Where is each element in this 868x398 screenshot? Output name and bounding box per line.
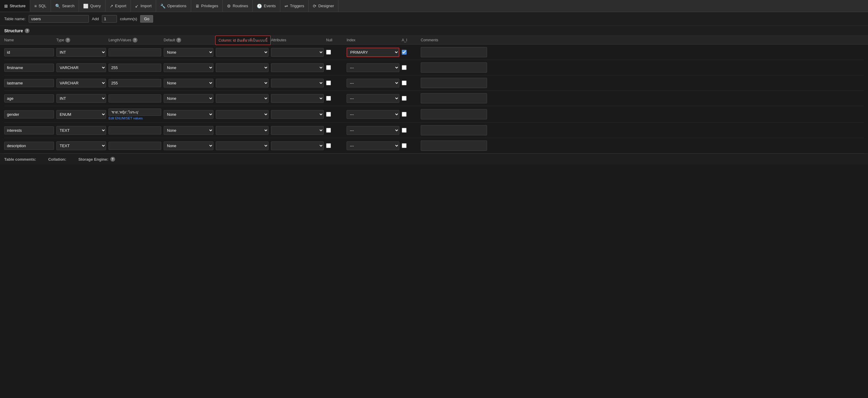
null-checkbox[interactable] bbox=[326, 128, 331, 133]
length-help-icon[interactable]: ? bbox=[133, 38, 137, 42]
name-input[interactable] bbox=[4, 48, 54, 56]
ai-checkbox[interactable] bbox=[402, 96, 407, 101]
index-cell: ---PRIMARYUNIQUEINDEXFULLTEXT bbox=[347, 94, 399, 103]
header-index: Index bbox=[347, 38, 399, 42]
nav-item-search[interactable]: 🔍Search bbox=[51, 0, 79, 12]
nav-item-label: Events bbox=[264, 4, 276, 8]
nav-item-events[interactable]: 🕐Events bbox=[253, 0, 280, 12]
length-input[interactable] bbox=[108, 79, 161, 87]
collation-select[interactable] bbox=[216, 142, 269, 150]
length-input[interactable] bbox=[108, 142, 161, 150]
attributes-select[interactable] bbox=[271, 142, 324, 150]
table-row: INTVARCHARTEXTENUMFLOATDOUBLEDATEDATETIM… bbox=[4, 60, 864, 75]
length-input[interactable] bbox=[108, 64, 161, 72]
table-name-input[interactable] bbox=[29, 15, 89, 23]
type-select[interactable]: INTVARCHARTEXTENUMFLOATDOUBLEDATEDATETIM… bbox=[56, 94, 106, 103]
collation-select[interactable] bbox=[216, 48, 269, 57]
null-checkbox[interactable] bbox=[326, 112, 331, 117]
nav-item-label: Triggers bbox=[290, 4, 304, 8]
index-select[interactable]: ---PRIMARYUNIQUEINDEXFULLTEXT bbox=[347, 63, 399, 72]
null-checkbox[interactable] bbox=[326, 65, 331, 70]
default-select[interactable]: NoneCURRENT_TIMESTAMPNULLas defined bbox=[164, 126, 213, 135]
add-num-input[interactable] bbox=[102, 15, 117, 23]
index-select[interactable]: ---PRIMARYUNIQUEINDEXFULLTEXT bbox=[347, 48, 399, 57]
index-select[interactable]: ---PRIMARYUNIQUEINDEXFULLTEXT bbox=[347, 142, 399, 150]
name-input[interactable] bbox=[4, 94, 54, 102]
nav-item-query[interactable]: ⬜Query bbox=[79, 0, 105, 12]
structure-help-icon[interactable]: ? bbox=[25, 28, 30, 33]
attributes-select[interactable] bbox=[271, 63, 324, 72]
attributes-select[interactable] bbox=[271, 48, 324, 57]
name-input[interactable] bbox=[4, 64, 54, 72]
nav-item-export[interactable]: ↗Export bbox=[105, 0, 131, 12]
ai-checkbox[interactable] bbox=[402, 143, 407, 148]
comment-textarea[interactable] bbox=[421, 125, 487, 135]
ai-checkbox[interactable] bbox=[402, 112, 407, 117]
comment-textarea[interactable] bbox=[421, 47, 487, 57]
default-select[interactable]: NoneCURRENT_TIMESTAMPNULLas defined bbox=[164, 94, 213, 103]
default-select[interactable]: NoneCURRENT_TIMESTAMPNULLas defined bbox=[164, 63, 213, 72]
nav-item-operations[interactable]: 🔧Operations bbox=[156, 0, 191, 12]
nav-item-import[interactable]: ↙Import bbox=[131, 0, 156, 12]
null-checkbox[interactable] bbox=[326, 143, 331, 148]
collation-select[interactable] bbox=[216, 79, 269, 87]
index-select[interactable]: ---PRIMARYUNIQUEINDEXFULLTEXT bbox=[347, 110, 399, 119]
type-select[interactable]: INTVARCHARTEXTENUMFLOATDOUBLEDATEDATETIM… bbox=[56, 142, 106, 150]
length-input[interactable] bbox=[108, 94, 161, 102]
length-input[interactable] bbox=[108, 48, 161, 56]
type-select[interactable]: INTVARCHARTEXTENUMFLOATDOUBLEDATEDATETIM… bbox=[56, 63, 106, 72]
index-select[interactable]: ---PRIMARYUNIQUEINDEXFULLTEXT bbox=[347, 94, 399, 103]
nav-item-structure[interactable]: ⊞Structure bbox=[0, 0, 30, 12]
index-select[interactable]: ---PRIMARYUNIQUEINDEXFULLTEXT bbox=[347, 126, 399, 135]
length-input[interactable] bbox=[108, 126, 161, 134]
ai-checkbox[interactable] bbox=[402, 81, 407, 85]
default-select[interactable]: NoneCURRENT_TIMESTAMPNULLas defined bbox=[164, 142, 213, 150]
null-checkbox[interactable] bbox=[326, 50, 331, 55]
comment-textarea[interactable] bbox=[421, 62, 487, 73]
type-help-icon[interactable]: ? bbox=[65, 38, 70, 42]
comment-textarea[interactable] bbox=[421, 109, 487, 119]
nav-item-triggers[interactable]: ⇌Triggers bbox=[280, 0, 309, 12]
collation-select[interactable] bbox=[216, 126, 269, 135]
index-select[interactable]: ---PRIMARYUNIQUEINDEXFULLTEXT bbox=[347, 79, 399, 87]
tooltip-popup: Column: id อันเดียวที่เป็นแบบนี้ bbox=[215, 36, 271, 45]
attributes-select[interactable] bbox=[271, 79, 324, 87]
default-help-icon[interactable]: ? bbox=[176, 38, 181, 42]
collation-select[interactable] bbox=[216, 63, 269, 72]
nav-item-sql[interactable]: ≡SQL bbox=[30, 0, 51, 12]
nav-item-routines[interactable]: ⚙Routines bbox=[223, 0, 253, 12]
comment-textarea[interactable] bbox=[421, 141, 487, 151]
enum-edit-link[interactable]: Edit ENUM/SET values bbox=[108, 116, 161, 120]
storage-help-icon[interactable]: ? bbox=[110, 157, 115, 162]
type-select[interactable]: INTVARCHARTEXTENUMFLOATDOUBLEDATEDATETIM… bbox=[56, 48, 106, 57]
length-input[interactable] bbox=[108, 109, 161, 116]
default-select[interactable]: NoneCURRENT_TIMESTAMPNULLas defined bbox=[164, 48, 213, 57]
type-select[interactable]: INTVARCHARTEXTENUMFLOATDOUBLEDATEDATETIM… bbox=[56, 79, 106, 87]
attributes-select[interactable] bbox=[271, 110, 324, 119]
name-input[interactable] bbox=[4, 142, 54, 150]
ai-checkbox[interactable] bbox=[402, 65, 407, 70]
default-select[interactable]: NoneCURRENT_TIMESTAMPNULLas defined bbox=[164, 79, 213, 87]
import-icon: ↙ bbox=[135, 4, 138, 8]
collation-select[interactable] bbox=[216, 110, 269, 119]
attributes-select[interactable] bbox=[271, 94, 324, 103]
comment-textarea[interactable] bbox=[421, 78, 487, 88]
attributes-select[interactable] bbox=[271, 126, 324, 135]
index-cell: ---PRIMARYUNIQUEINDEXFULLTEXT bbox=[347, 63, 399, 72]
name-input[interactable] bbox=[4, 110, 54, 119]
collation-select[interactable] bbox=[216, 94, 269, 103]
nav-item-label: Query bbox=[90, 4, 101, 8]
name-input[interactable] bbox=[4, 79, 54, 87]
type-select[interactable]: INTVARCHARTEXTENUMFLOATDOUBLEDATEDATETIM… bbox=[56, 126, 106, 135]
null-checkbox[interactable] bbox=[326, 96, 331, 101]
nav-item-designer[interactable]: ⟳Designer bbox=[309, 0, 338, 12]
ai-checkbox[interactable] bbox=[402, 50, 407, 55]
name-input[interactable] bbox=[4, 126, 54, 134]
null-checkbox[interactable] bbox=[326, 81, 331, 85]
default-select[interactable]: NoneCURRENT_TIMESTAMPNULLas defined bbox=[164, 110, 213, 119]
ai-checkbox[interactable] bbox=[402, 128, 407, 133]
nav-item-privileges[interactable]: 🖥Privileges bbox=[191, 0, 223, 12]
go-button[interactable]: Go bbox=[140, 15, 153, 23]
type-select[interactable]: INTVARCHARTEXTENUMFLOATDOUBLEDATEDATETIM… bbox=[56, 110, 106, 119]
comment-textarea[interactable] bbox=[421, 93, 487, 103]
